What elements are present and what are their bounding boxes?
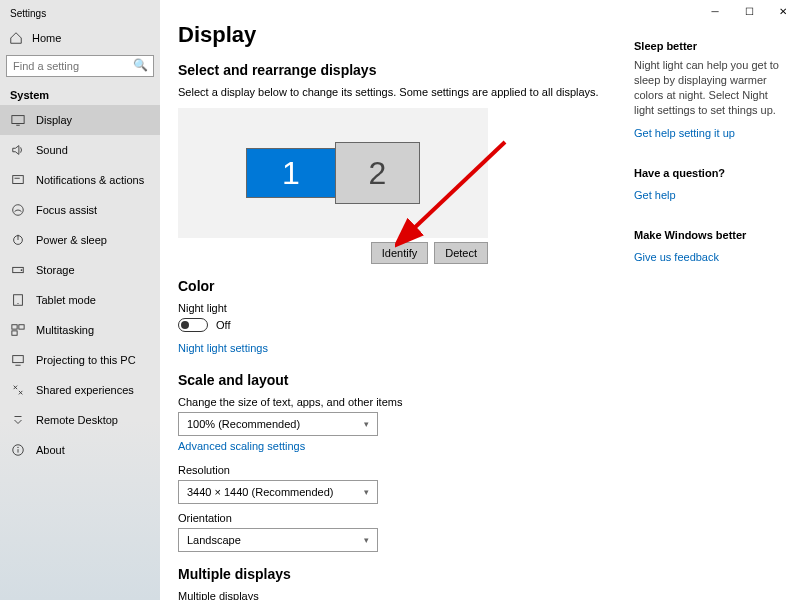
chevron-down-icon: ▾ bbox=[364, 419, 369, 429]
scale-select[interactable]: 100% (Recommended) ▾ bbox=[178, 412, 378, 436]
resolution-value: 3440 × 1440 (Recommended) bbox=[187, 486, 333, 498]
close-button[interactable]: ✕ bbox=[766, 0, 800, 22]
orientation-label: Orientation bbox=[178, 512, 612, 524]
sidebar-item-label: Display bbox=[36, 114, 72, 126]
sidebar-item-label: Multitasking bbox=[36, 324, 94, 336]
sleep-better-text: Night light can help you get to sleep by… bbox=[634, 58, 786, 117]
shared-icon bbox=[10, 383, 26, 397]
focus-icon bbox=[10, 203, 26, 217]
svg-point-16 bbox=[17, 447, 18, 448]
sound-icon bbox=[10, 143, 26, 157]
multiple-displays-label: Multiple displays bbox=[178, 590, 612, 600]
sidebar-item-label: Shared experiences bbox=[36, 384, 134, 396]
sidebar-item-tablet-mode[interactable]: Tablet mode bbox=[0, 285, 160, 315]
sidebar-item-display[interactable]: Display bbox=[0, 105, 160, 135]
sidebar-item-label: Power & sleep bbox=[36, 234, 107, 246]
maximize-button[interactable]: ☐ bbox=[732, 0, 766, 22]
about-icon bbox=[10, 443, 26, 457]
arrange-heading: Select and rearrange displays bbox=[178, 62, 612, 78]
sidebar-item-label: Focus assist bbox=[36, 204, 97, 216]
sidebar-item-sound[interactable]: Sound bbox=[0, 135, 160, 165]
sidebar-item-label: Remote Desktop bbox=[36, 414, 118, 426]
scale-heading: Scale and layout bbox=[178, 372, 612, 388]
sleep-better-link[interactable]: Get help setting it up bbox=[634, 127, 735, 139]
sidebar-home[interactable]: Home bbox=[0, 25, 160, 51]
resolution-select[interactable]: 3440 × 1440 (Recommended) ▾ bbox=[178, 480, 378, 504]
storage-icon bbox=[10, 263, 26, 277]
sidebar-item-projecting[interactable]: Projecting to this PC bbox=[0, 345, 160, 375]
search-wrap: 🔍 bbox=[6, 55, 154, 77]
sidebar-home-label: Home bbox=[32, 32, 61, 44]
chevron-down-icon: ▾ bbox=[364, 535, 369, 545]
svg-rect-12 bbox=[12, 331, 17, 335]
sidebar-item-multitasking[interactable]: Multitasking bbox=[0, 315, 160, 345]
search-input[interactable] bbox=[6, 55, 154, 77]
sidebar-item-focus-assist[interactable]: Focus assist bbox=[0, 195, 160, 225]
power-icon bbox=[10, 233, 26, 247]
svg-rect-10 bbox=[12, 325, 17, 329]
sidebar-item-label: Tablet mode bbox=[36, 294, 96, 306]
sidebar-item-storage[interactable]: Storage bbox=[0, 255, 160, 285]
tablet-icon bbox=[10, 293, 26, 307]
sidebar: Settings Home 🔍 System Display Sound Not… bbox=[0, 0, 160, 600]
arrange-desc: Select a display below to change its set… bbox=[178, 86, 612, 98]
get-help-link[interactable]: Get help bbox=[634, 189, 676, 201]
night-light-toggle[interactable] bbox=[178, 318, 208, 332]
home-icon bbox=[8, 31, 24, 45]
search-icon: 🔍 bbox=[133, 58, 148, 72]
page-title: Display bbox=[178, 22, 612, 48]
right-pane: Sleep better Night light can help you ge… bbox=[630, 0, 800, 600]
identify-button[interactable]: Identify bbox=[371, 242, 428, 264]
monitor-2[interactable]: 2 bbox=[335, 142, 420, 204]
svg-rect-2 bbox=[13, 176, 24, 184]
svg-point-7 bbox=[21, 269, 23, 271]
orientation-value: Landscape bbox=[187, 534, 241, 546]
minimize-button[interactable]: ─ bbox=[698, 0, 732, 22]
display-icon bbox=[10, 113, 26, 127]
projecting-icon bbox=[10, 353, 26, 367]
window-controls: ─ ☐ ✕ bbox=[698, 0, 800, 22]
sidebar-item-label: Sound bbox=[36, 144, 68, 156]
content: Display Select and rearrange displays Se… bbox=[160, 0, 630, 600]
orientation-select[interactable]: Landscape ▾ bbox=[178, 528, 378, 552]
detect-button[interactable]: Detect bbox=[434, 242, 488, 264]
sidebar-item-remote-desktop[interactable]: Remote Desktop bbox=[0, 405, 160, 435]
svg-point-9 bbox=[17, 303, 18, 304]
night-light-label: Night light bbox=[178, 302, 612, 314]
night-light-settings-link[interactable]: Night light settings bbox=[178, 342, 268, 354]
question-title: Have a question? bbox=[634, 167, 786, 179]
chevron-down-icon: ▾ bbox=[364, 487, 369, 497]
monitor-1[interactable]: 1 bbox=[246, 148, 336, 198]
sidebar-item-label: Storage bbox=[36, 264, 75, 276]
multiple-displays-heading: Multiple displays bbox=[178, 566, 612, 582]
remote-icon bbox=[10, 413, 26, 427]
sidebar-item-label: About bbox=[36, 444, 65, 456]
sidebar-item-notifications[interactable]: Notifications & actions bbox=[0, 165, 160, 195]
svg-rect-0 bbox=[12, 116, 24, 124]
multitasking-icon bbox=[10, 323, 26, 337]
sidebar-item-label: Projecting to this PC bbox=[36, 354, 136, 366]
sidebar-item-power-sleep[interactable]: Power & sleep bbox=[0, 225, 160, 255]
notifications-icon bbox=[10, 173, 26, 187]
sleep-better-title: Sleep better bbox=[634, 40, 786, 52]
advanced-scaling-link[interactable]: Advanced scaling settings bbox=[178, 440, 305, 452]
window-title: Settings bbox=[0, 6, 160, 25]
display-arrange-area[interactable]: 1 2 bbox=[178, 108, 488, 238]
feedback-link[interactable]: Give us feedback bbox=[634, 251, 719, 263]
sidebar-item-shared-experiences[interactable]: Shared experiences bbox=[0, 375, 160, 405]
night-light-value: Off bbox=[216, 319, 230, 331]
scale-desc: Change the size of text, apps, and other… bbox=[178, 396, 612, 408]
sidebar-section: System bbox=[0, 85, 160, 105]
feedback-title: Make Windows better bbox=[634, 229, 786, 241]
sidebar-item-about[interactable]: About bbox=[0, 435, 160, 465]
svg-rect-13 bbox=[13, 356, 24, 363]
svg-rect-11 bbox=[19, 325, 24, 329]
sidebar-item-label: Notifications & actions bbox=[36, 174, 144, 186]
scale-value: 100% (Recommended) bbox=[187, 418, 300, 430]
color-heading: Color bbox=[178, 278, 612, 294]
resolution-label: Resolution bbox=[178, 464, 612, 476]
